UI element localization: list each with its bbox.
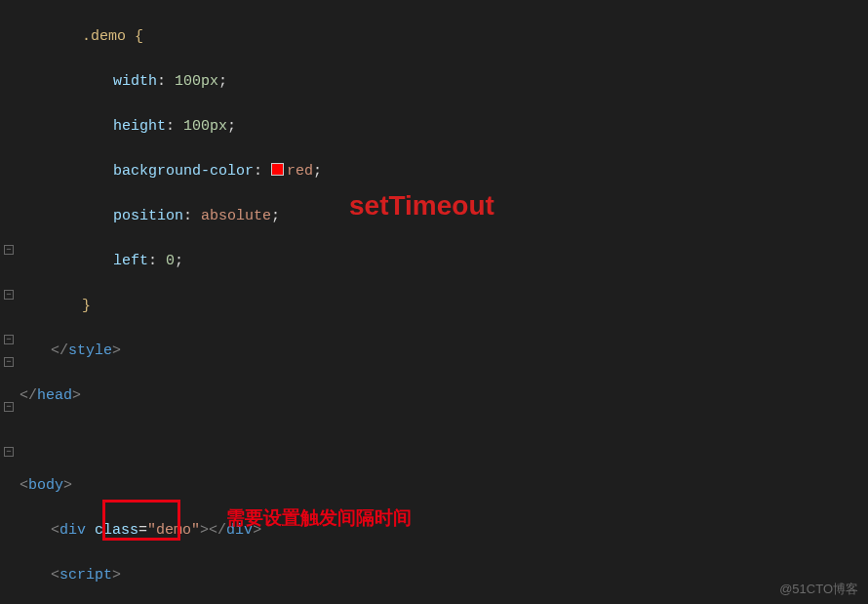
tag-head-close: head xyxy=(37,387,72,404)
fold-marker-icon[interactable]: − xyxy=(4,447,14,457)
overlay-title: setTimeout xyxy=(349,190,494,221)
fold-marker-icon[interactable]: − xyxy=(4,335,14,344)
fold-gutter: − − − − − − xyxy=(0,0,20,604)
fold-marker-icon[interactable]: − xyxy=(4,402,14,412)
fold-marker-icon[interactable]: − xyxy=(4,357,14,367)
fold-marker-icon[interactable]: − xyxy=(4,245,14,255)
css-prop: width xyxy=(113,73,157,90)
css-selector: .demo { xyxy=(82,28,143,45)
css-prop: height xyxy=(113,118,166,135)
css-prop: left xyxy=(113,253,148,269)
tag-script: script xyxy=(59,567,112,584)
tag-style-close: style xyxy=(68,342,112,359)
tag-body: body xyxy=(28,477,63,494)
css-prop: background-color xyxy=(113,163,254,180)
css-value: 0 xyxy=(166,253,175,269)
annotation-text: 需要设置触发间隔时间 xyxy=(226,505,412,531)
attr-class: class xyxy=(95,522,138,539)
code-editor[interactable]: .demo { width: 100px; height: 100px; bac… xyxy=(20,3,868,604)
css-value: 100px xyxy=(183,118,227,135)
tag-div: div xyxy=(59,522,86,539)
fold-marker-icon[interactable]: − xyxy=(4,290,14,300)
css-value: 100px xyxy=(175,73,218,90)
css-value: red xyxy=(287,163,313,180)
watermark: @51CTO博客 xyxy=(779,581,858,598)
css-value: absolute xyxy=(201,208,271,224)
color-swatch-icon[interactable] xyxy=(271,163,284,176)
attr-value: "demo" xyxy=(147,522,200,539)
css-prop: position xyxy=(113,208,183,224)
